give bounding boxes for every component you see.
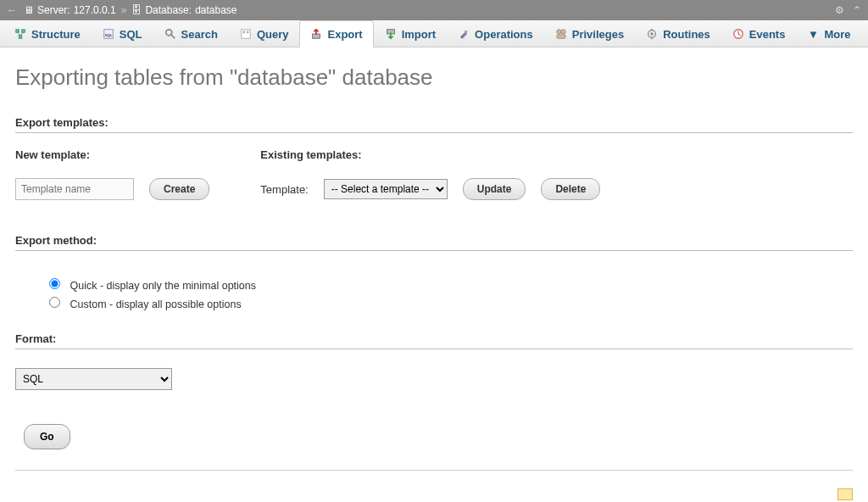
tab-query-label: Query bbox=[257, 28, 289, 41]
breadcrumb-database[interactable]: 🗄 Database: database bbox=[131, 4, 236, 16]
svg-text:SQL: SQL bbox=[104, 33, 112, 37]
tab-privileges[interactable]: Privileges bbox=[544, 20, 635, 47]
tab-more[interactable]: ▼ More bbox=[796, 20, 861, 47]
breadcrumb-bar: ← 🖥 Server: 127.0.0.1 » 🗄 Database: data… bbox=[0, 0, 868, 20]
collapse-icon[interactable]: ⌃ bbox=[853, 4, 861, 16]
server-value: 127.0.0.1 bbox=[74, 4, 116, 16]
tab-query[interactable]: Query bbox=[229, 20, 300, 47]
format-heading: Format: bbox=[15, 332, 853, 349]
page-title: Exporting tables from "database" databas… bbox=[15, 64, 853, 91]
delete-button[interactable]: Delete bbox=[541, 178, 600, 200]
tab-routines[interactable]: Routines bbox=[635, 20, 721, 47]
svg-line-4 bbox=[20, 32, 24, 36]
tab-search-label: Search bbox=[181, 28, 218, 41]
database-label: Database: bbox=[145, 4, 192, 16]
method-custom-option[interactable]: Custom - display all possible options bbox=[49, 297, 853, 310]
import-icon bbox=[385, 28, 397, 40]
svg-rect-10 bbox=[242, 31, 245, 34]
svg-point-19 bbox=[650, 32, 654, 36]
tab-structure[interactable]: Structure bbox=[3, 20, 92, 47]
svg-point-16 bbox=[561, 30, 565, 34]
svg-rect-17 bbox=[556, 35, 565, 38]
tab-sql-label: SQL bbox=[120, 28, 142, 41]
svg-rect-0 bbox=[16, 30, 19, 33]
existing-templates-group: Existing templates: Template: -- Select … bbox=[260, 148, 600, 200]
template-dropdown-label: Template: bbox=[260, 183, 308, 196]
page-content: Exporting tables from "database" databas… bbox=[0, 47, 868, 488]
svg-line-3 bbox=[18, 32, 21, 36]
export-method-options: Quick - display only the minimal options… bbox=[15, 266, 853, 332]
update-button[interactable]: Update bbox=[463, 178, 526, 200]
svg-point-15 bbox=[556, 30, 560, 34]
server-label: Server: bbox=[37, 4, 70, 16]
tabs-bar: Structure SQL SQL Search Query Export Im… bbox=[0, 20, 868, 47]
back-arrow[interactable]: ← bbox=[7, 4, 17, 16]
tab-routines-label: Routines bbox=[663, 28, 710, 41]
method-quick-radio[interactable] bbox=[49, 278, 60, 289]
tab-search[interactable]: Search bbox=[153, 20, 229, 47]
privileges-icon bbox=[555, 28, 567, 40]
existing-templates-label: Existing templates: bbox=[260, 148, 600, 161]
tab-sql[interactable]: SQL SQL bbox=[92, 20, 153, 47]
sql-icon: SQL bbox=[103, 28, 114, 40]
tab-events[interactable]: Events bbox=[721, 20, 797, 47]
svg-rect-2 bbox=[19, 36, 22, 39]
tab-privileges-label: Privileges bbox=[572, 28, 624, 41]
svg-point-7 bbox=[165, 30, 171, 36]
database-icon: 🗄 bbox=[131, 4, 142, 16]
tab-events-label: Events bbox=[749, 28, 786, 41]
query-icon bbox=[240, 28, 252, 40]
go-button[interactable]: Go bbox=[24, 424, 70, 449]
operations-icon bbox=[458, 28, 470, 40]
new-template-label: New template: bbox=[15, 148, 209, 161]
tab-import[interactable]: Import bbox=[374, 20, 447, 47]
bottom-divider bbox=[15, 470, 853, 471]
export-method-heading: Export method: bbox=[15, 234, 853, 251]
export-templates-heading: Export templates: bbox=[15, 116, 853, 133]
tab-more-label: More bbox=[824, 28, 850, 41]
tab-operations-label: Operations bbox=[475, 28, 533, 41]
new-template-group: New template: Create bbox=[15, 148, 209, 200]
tab-operations[interactable]: Operations bbox=[447, 20, 544, 47]
svg-rect-11 bbox=[247, 31, 249, 34]
svg-rect-9 bbox=[242, 30, 251, 39]
template-select[interactable]: -- Select a template -- bbox=[324, 179, 448, 199]
export-icon bbox=[310, 28, 322, 40]
more-icon: ▼ bbox=[807, 28, 819, 40]
breadcrumb-server[interactable]: 🖥 Server: 127.0.0.1 bbox=[24, 4, 116, 16]
database-value: database bbox=[195, 4, 236, 16]
method-custom-label: Custom - display all possible options bbox=[70, 298, 241, 310]
tab-export[interactable]: Export bbox=[299, 20, 373, 47]
gear-icon[interactable]: ⚙ bbox=[835, 4, 844, 16]
format-select[interactable]: SQL bbox=[15, 368, 172, 390]
breadcrumb-sep: » bbox=[121, 4, 127, 16]
server-icon: 🖥 bbox=[24, 4, 34, 16]
tab-structure-label: Structure bbox=[31, 28, 81, 41]
console-tab[interactable] bbox=[837, 488, 853, 500]
svg-rect-1 bbox=[22, 30, 25, 33]
tab-import-label: Import bbox=[402, 28, 436, 41]
events-icon bbox=[732, 28, 744, 40]
method-custom-radio[interactable] bbox=[49, 297, 60, 308]
create-button[interactable]: Create bbox=[149, 178, 209, 200]
tab-export-label: Export bbox=[327, 28, 362, 41]
method-quick-option[interactable]: Quick - display only the minimal options bbox=[49, 278, 853, 292]
search-icon bbox=[164, 28, 176, 40]
template-name-input[interactable] bbox=[15, 178, 134, 200]
method-quick-label: Quick - display only the minimal options bbox=[70, 280, 256, 292]
svg-line-8 bbox=[170, 35, 174, 38]
routines-icon bbox=[646, 28, 658, 40]
structure-icon bbox=[14, 28, 26, 40]
svg-point-14 bbox=[465, 31, 468, 34]
